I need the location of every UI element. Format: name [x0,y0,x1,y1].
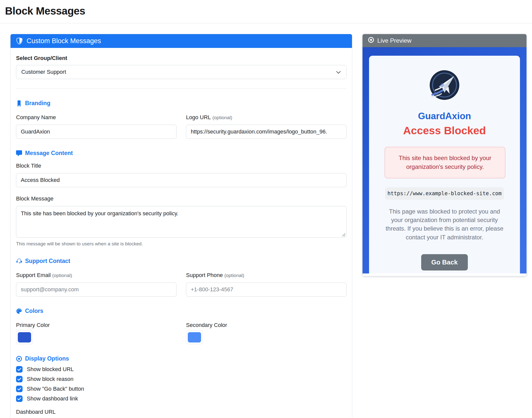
building-icon [16,100,22,106]
message-content-section-title: Message Content [16,150,346,157]
preview-block-title: Access Blocked [385,124,504,137]
option-show-block-reason: Show block reason [16,376,346,382]
shield-icon [16,38,23,44]
option-show-blocked-url: Show blocked URL [16,366,346,373]
headset-icon [16,258,22,264]
checkbox-label: Show blocked URL [27,366,74,373]
live-preview-title: Live Preview [377,37,411,44]
primary-color-group: Primary Color [16,322,176,344]
logo-url-input[interactable] [186,125,346,139]
eye-icon [16,356,22,362]
block-title-input[interactable] [16,173,346,187]
card-body: Select Group/Client Customer Support Bra… [11,48,352,418]
main-content: Custom Block Messages Select Group/Clien… [0,23,532,418]
primary-color-label: Primary Color [16,322,176,328]
support-phone-label: Support Phone (optional) [186,272,346,278]
preview-footer [363,273,526,276]
group-select-value: Customer Support [21,69,66,75]
chat-bubble-icon [16,150,22,156]
live-preview-header: Live Preview [363,34,526,47]
support-email-input[interactable] [16,283,176,297]
go-back-button[interactable]: Go Back [421,254,468,270]
section-divider [16,89,346,89]
support-title-text: Support Contact [25,258,70,264]
logo-url-field-group: Logo URL (optional) [186,114,346,139]
company-logo [429,70,460,100]
secondary-color-picker[interactable] [186,330,203,344]
preview-company-name: GuardAxion [385,111,504,121]
checkbox-checked-icon[interactable] [16,366,23,373]
preview-block-message: This site has been blocked by your organ… [385,147,505,178]
company-name-label: Company Name [16,114,176,121]
checkbox-label: Show dashboard link [27,395,78,402]
block-message-textarea[interactable]: This site has been blocked by your organ… [16,206,346,238]
support-email-label: Support Email (optional) [16,272,176,278]
display-options-title-text: Display Options [25,355,69,362]
group-client-select[interactable]: Customer Support [16,65,346,79]
secondary-color-group: Secondary Color [186,322,346,344]
support-phone-field-group: Support Phone (optional) [186,272,346,297]
checkbox-checked-icon[interactable] [16,376,23,382]
preview-block-page: GuardAxion Access Blocked This site has … [369,56,520,273]
preview-blocked-url: https://www.example-blocked-site.com [385,187,504,200]
support-contact-section: Support Contact Support Email (optional)… [16,258,346,297]
block-title-label: Block Title [16,163,346,169]
checkbox-label: Show "Go Back" button [27,386,84,392]
support-contact-section-title: Support Contact [16,258,346,264]
block-message-helper: This message will be shown to users when… [16,241,346,247]
support-email-optional: (optional) [52,273,72,278]
message-content-section: Message Content Block Title Block Messag… [16,150,346,247]
support-phone-optional: (optional) [224,273,244,278]
secondary-color-label: Secondary Color [186,322,346,328]
branding-section-title: Branding [16,100,346,107]
message-content-title-text: Message Content [25,150,73,157]
colors-title-text: Colors [25,308,43,314]
palette-icon [16,308,22,314]
logo-url-optional: (optional) [212,115,232,120]
checkbox-label: Show block reason [27,376,73,382]
preview-background: GuardAxion Access Blocked This site has … [363,47,526,273]
card-header-title: Custom Block Messages [27,37,101,45]
logo-url-label: Logo URL (optional) [186,114,346,121]
custom-block-messages-card: Custom Block Messages Select Group/Clien… [10,34,352,418]
page-title: Block Messages [5,5,527,17]
branding-section: Branding Company Name Logo URL (optional… [16,100,346,139]
group-select-label: Select Group/Client [16,55,346,61]
chevron-down-icon [336,69,341,75]
checkbox-checked-icon[interactable] [16,395,23,402]
primary-color-picker[interactable] [16,330,33,344]
option-show-go-back-button: Show "Go Back" button [16,386,346,392]
option-show-dashboard-link: Show dashboard link [16,395,346,402]
card-header: Custom Block Messages [11,34,352,48]
company-name-input[interactable] [16,125,176,139]
preview-block-reason: This page was blocked to protect you and… [385,207,504,242]
live-preview-panel: Live Preview [362,34,527,276]
colors-section-title: Colors [16,308,346,314]
dashboard-url-label: Dashboard URL [16,409,346,415]
branding-title-text: Branding [25,100,50,107]
display-options-section: Display Options Show blocked URL Show bl… [16,355,346,415]
page-header: Block Messages [0,0,532,23]
primary-color-swatch [18,332,31,342]
block-message-label: Block Message [16,195,346,202]
colors-section: Colors Primary Color Secondary Color [16,308,346,344]
company-name-field-group: Company Name [16,114,176,139]
block-message-textarea-wrap: This site has been blocked by your organ… [16,206,346,238]
eye-icon [368,37,374,44]
display-options-section-title: Display Options [16,355,346,362]
support-phone-input[interactable] [186,283,346,297]
secondary-color-swatch [188,332,201,342]
support-email-field-group: Support Email (optional) [16,272,176,297]
checkbox-checked-icon[interactable] [16,386,23,392]
